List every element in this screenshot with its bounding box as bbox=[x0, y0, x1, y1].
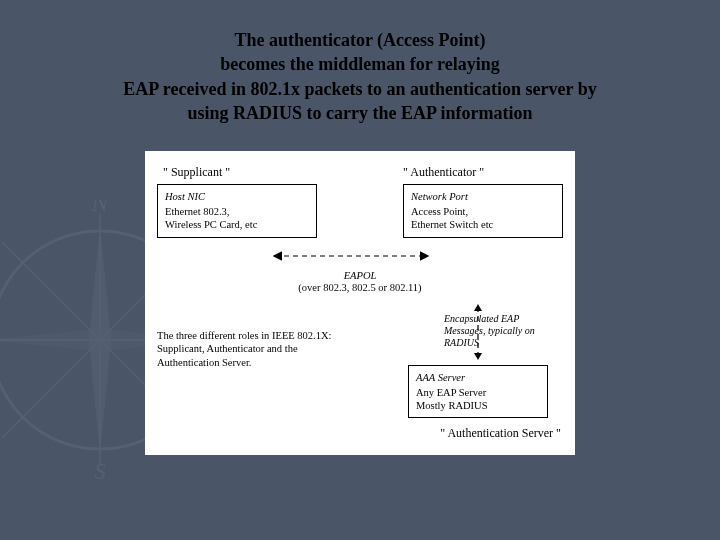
authenticator-box-title: Network Port bbox=[411, 190, 555, 203]
supplicant-box-line: Wireless PC Card, etc bbox=[165, 218, 309, 231]
title-line: The authenticator (Access Point) bbox=[40, 28, 680, 52]
title-line: EAP received in 802.1x packets to an aut… bbox=[40, 77, 680, 101]
eapol-sub: (over 802.3, 802.5 or 802.11) bbox=[298, 282, 421, 293]
svg-text:N: N bbox=[91, 200, 110, 216]
aaa-box-title: AAA Server bbox=[416, 371, 540, 384]
diagram-panel: " Supplicant " Host NIC Ethernet 802.3, … bbox=[145, 151, 575, 455]
roles-description: The three different roles in IEEE 802.1X… bbox=[157, 301, 332, 441]
aaa-box-line: Any EAP Server bbox=[416, 386, 540, 399]
supplicant-box-line: Ethernet 802.3, bbox=[165, 205, 309, 218]
supplicant-label: " Supplicant " bbox=[157, 165, 317, 180]
aaa-server-box: AAA Server Any EAP Server Mostly RADIUS bbox=[408, 365, 548, 418]
supplicant-box-title: Host NIC bbox=[165, 190, 309, 203]
authenticator-label: " Authenticator " bbox=[403, 165, 563, 180]
eapol-arrow bbox=[157, 246, 563, 266]
svg-marker-5 bbox=[89, 225, 111, 455]
aaa-box-line: Mostly RADIUS bbox=[416, 399, 540, 412]
authenticator-box-line: Ethernet Switch etc bbox=[411, 218, 555, 231]
encapsulated-label: Encapsulated EAP Messages, typically on … bbox=[444, 313, 559, 349]
supplicant-box: Host NIC Ethernet 802.3, Wireless PC Car… bbox=[157, 184, 317, 237]
title-line: using RADIUS to carry the EAP informatio… bbox=[40, 101, 680, 125]
eapol-label: EAPOL (over 802.3, 802.5 or 802.11) bbox=[295, 270, 425, 295]
title-line: becomes the middleman for relaying bbox=[40, 52, 680, 76]
svg-text:S: S bbox=[94, 459, 105, 480]
eapol-title: EAPOL bbox=[344, 270, 377, 281]
authenticator-box-line: Access Point, bbox=[411, 205, 555, 218]
authenticator-box: Network Port Access Point, Ethernet Swit… bbox=[403, 184, 563, 237]
slide-title: The authenticator (Access Point) becomes… bbox=[0, 0, 720, 137]
auth-server-label: " Authentication Server " bbox=[393, 426, 563, 441]
